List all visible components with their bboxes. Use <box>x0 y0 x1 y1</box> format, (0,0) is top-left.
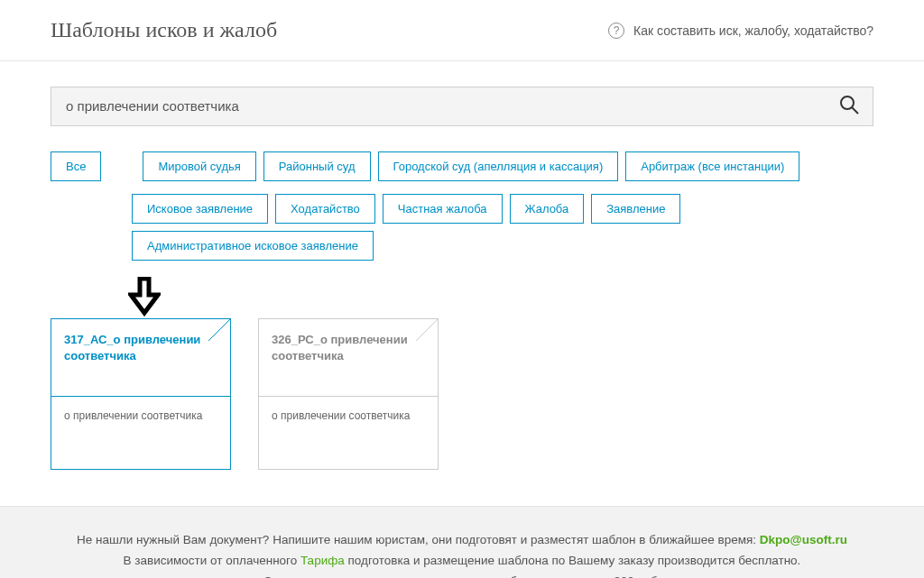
page-footer: Не нашли нужный Вам документ? Напишите н… <box>0 506 924 578</box>
page-header: Шаблоны исков и жалоб ? Как составить ис… <box>0 0 924 61</box>
search-input[interactable] <box>66 98 827 114</box>
doc-card-bottom: о привлечении соответчика <box>51 397 230 469</box>
doc-title: 317_АС_о привлечении соответчика <box>64 332 205 364</box>
footer-line-3: Стоимость подготовки дополнительного шаб… <box>27 572 897 578</box>
filter-row-2: Исковое заявление Ходатайство Частная жа… <box>132 194 873 261</box>
filter-arbitrazh[interactable]: Арбитраж (все инстанции) <box>625 151 799 181</box>
filter-rayonny[interactable]: Районный суд <box>263 151 371 181</box>
filter-row-1: Все Мировой судья Районный суд Городской… <box>51 151 873 181</box>
footer-line-1: Не нашли нужный Вам документ? Напишите н… <box>27 530 897 551</box>
doc-desc: о привлечении соответчика <box>64 409 217 422</box>
footer-text: В зависимости от оплаченного <box>124 554 300 567</box>
question-icon: ? <box>608 23 624 39</box>
page-title: Шаблоны исков и жалоб <box>51 18 277 42</box>
doc-card[interactable]: 317_АС_о привлечении соответчика о привл… <box>51 318 231 470</box>
footer-line-2: В зависимости от оплаченного Тарифа подг… <box>27 551 897 572</box>
help-link[interactable]: ? Как составить иск, жалобу, ходатайство… <box>608 23 873 39</box>
filter-gorodskoy[interactable]: Городской суд (апелляция и кассация) <box>378 151 619 181</box>
filter-mirovoy[interactable]: Мировой судья <box>143 151 255 181</box>
help-link-text: Как составить иск, жалобу, ходатайство? <box>633 23 873 38</box>
doc-card-top: 326_РС_о привлечении соответчика <box>259 319 438 397</box>
filter-hodataystvo[interactable]: Ходатайство <box>275 194 375 224</box>
arrow-down-icon <box>128 277 161 320</box>
filter-iskovoe[interactable]: Исковое заявление <box>132 194 268 224</box>
doc-card-bottom: о привлечении соответчика <box>259 397 438 469</box>
doc-card[interactable]: 326_РС_о привлечении соответчика о привл… <box>258 318 439 470</box>
svg-point-0 <box>841 96 854 109</box>
search-box <box>51 87 873 126</box>
svg-line-1 <box>852 107 858 114</box>
footer-email[interactable]: Dkpo@usoft.ru <box>760 533 847 546</box>
filter-zhaloba[interactable]: Жалоба <box>510 194 585 224</box>
footer-text: подготовка и размещение шаблона по Вашем… <box>345 554 801 567</box>
search-icon[interactable] <box>838 94 860 119</box>
footer-tariff-link[interactable]: Тарифа <box>300 554 345 567</box>
results-list: 317_АС_о привлечении соответчика о привл… <box>51 318 873 506</box>
filter-admin-iskovoe[interactable]: Административное исковое заявление <box>132 231 374 261</box>
filter-zayavlenie[interactable]: Заявление <box>591 194 680 224</box>
content-area: Все Мировой судья Районный суд Городской… <box>0 61 924 506</box>
doc-title: 326_РС_о привлечении соответчика <box>272 332 412 364</box>
filter-all[interactable]: Все <box>51 151 101 181</box>
filter-chastnaya[interactable]: Частная жалоба <box>383 194 503 224</box>
doc-desc: о привлечении соответчика <box>272 409 425 422</box>
doc-card-top: 317_АС_о привлечении соответчика <box>51 319 230 397</box>
footer-text: Не нашли нужный Вам документ? Напишите н… <box>77 533 760 546</box>
